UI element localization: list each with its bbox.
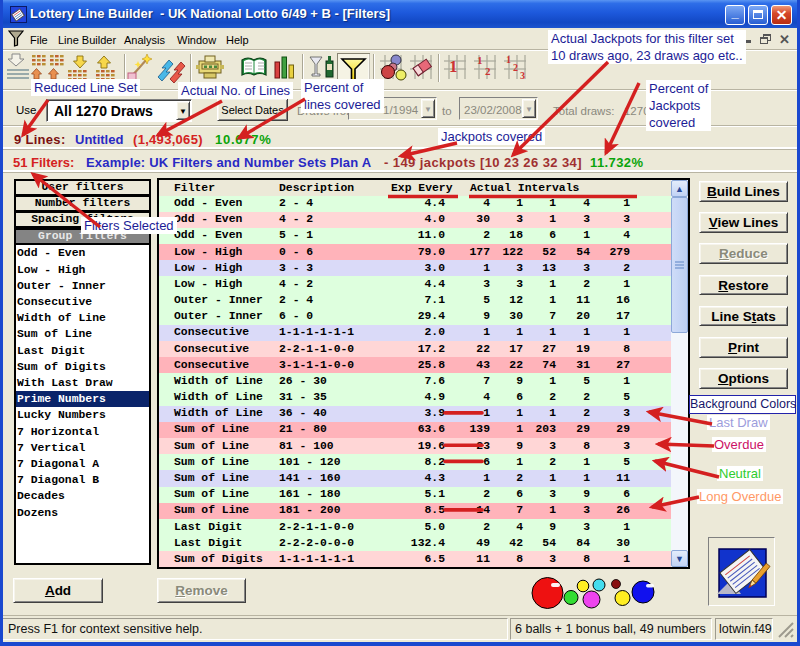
svg-text:2: 2	[485, 65, 491, 77]
svg-text:1: 1	[477, 54, 483, 66]
svg-text:2: 2	[513, 62, 518, 73]
svg-text:1: 1	[506, 54, 511, 65]
svg-text:3: 3	[520, 70, 525, 81]
svg-text:1: 1	[449, 57, 458, 76]
